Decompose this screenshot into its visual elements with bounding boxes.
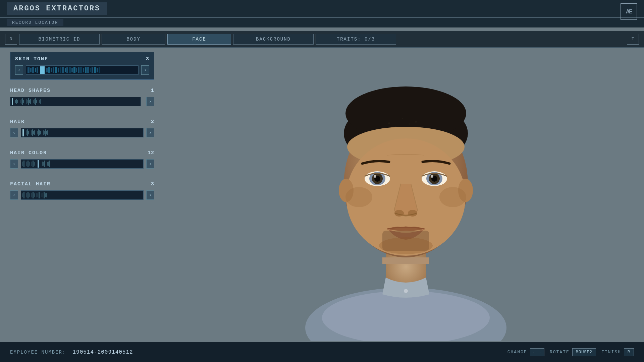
logo-icon: AE <box>621 3 637 20</box>
facial-hair-slider-row: ‹ <box>10 190 154 200</box>
tab-face[interactable]: FACE <box>167 34 231 45</box>
hair-block: HAIR 2 ‹ <box>10 116 154 140</box>
skin-tone-track[interactable] <box>26 65 139 75</box>
portrait-area <box>168 52 644 342</box>
hair-color-value: 12 <box>148 150 154 156</box>
skin-tone-block: SKIN TONE 3 ‹ <box>10 52 154 80</box>
left-panel: SKIN TONE 3 ‹ <box>10 52 154 335</box>
hair-slider-row: ‹ <box>10 128 154 137</box>
head-shapes-label: HEAD SHAPES <box>10 88 51 94</box>
change-key-left: ← <box>534 350 536 355</box>
rotate-action: ROTATE MOUSE2 <box>550 348 596 356</box>
svg-point-33 <box>439 187 466 207</box>
tab-background[interactable]: BACKGROUND <box>233 34 314 45</box>
character-svg <box>288 53 523 341</box>
hair-next[interactable]: › <box>146 128 154 137</box>
svg-point-13 <box>422 126 424 128</box>
svg-point-4 <box>404 289 408 293</box>
subtitle-row: RECORD LOCATOR <box>0 17 644 27</box>
character-display <box>288 53 523 341</box>
top-bar: ARGOS EXTRACTORS AE RECORD LOCATOR <box>0 0 644 30</box>
subtitle-text: RECORD LOCATOR <box>7 19 63 26</box>
facial-hair-header: FACIAL HAIR 3 <box>10 181 154 187</box>
rotate-label: ROTATE <box>550 350 570 355</box>
hair-color-block: HAIR COLOR 12 ‹ <box>10 147 154 171</box>
facial-hair-next[interactable]: › <box>146 190 154 200</box>
svg-point-12 <box>409 123 410 125</box>
rotate-key: MOUSE2 <box>572 348 596 356</box>
hair-color-header: HAIR COLOR 12 <box>10 150 154 156</box>
hair-color-next[interactable]: › <box>146 159 154 169</box>
employee-number: 190514-2009140512 <box>72 349 133 355</box>
employee-label: EMPLOYEE NUMBER: <box>10 350 66 355</box>
facial-hair-value: 3 <box>151 181 154 187</box>
head-shapes-track[interactable] <box>10 97 141 106</box>
finish-label: FINISH <box>601 350 621 355</box>
hair-color-track[interactable] <box>21 159 144 169</box>
head-shapes-value: 1 <box>151 88 154 94</box>
hair-track[interactable] <box>21 128 144 137</box>
skin-tone-label: SKIN TONE <box>15 56 48 62</box>
app-title: ARGOS EXTRACTORS <box>7 2 107 15</box>
svg-point-10 <box>415 121 417 123</box>
change-label: CHANGE <box>507 350 527 355</box>
svg-point-32 <box>345 187 372 207</box>
tab-traits[interactable]: TRAITS: 0/3 <box>316 34 396 45</box>
facial-hair-block: FACIAL HAIR 3 ‹ <box>10 179 154 202</box>
skin-tone-prev[interactable]: ‹ <box>15 65 23 75</box>
svg-point-8 <box>388 122 390 124</box>
nav-t-button[interactable]: T <box>627 34 639 45</box>
change-key-right: → <box>538 350 541 355</box>
skin-tone-slider-row: ‹ <box>15 65 149 75</box>
skin-tone-header: SKIN TONE 3 <box>15 56 149 62</box>
facial-hair-track[interactable] <box>21 190 144 200</box>
bottom-bar: EMPLOYEE NUMBER: 190514-2009140512 CHANG… <box>0 342 644 362</box>
nav-bar: D BIOMETRIC ID BODY FACE BACKGROUND TRAI… <box>0 31 644 48</box>
svg-point-22 <box>374 175 376 178</box>
head-shapes-block: HEAD SHAPES 1 <box>10 85 154 109</box>
hair-prev[interactable]: ‹ <box>10 128 18 137</box>
head-shapes-header: HEAD SHAPES 1 <box>10 88 154 94</box>
title-row: ARGOS EXTRACTORS AE <box>0 0 644 17</box>
tab-biometric-id[interactable]: BIOMETRIC ID <box>19 34 100 45</box>
change-action: CHANGE ← → <box>507 348 544 356</box>
skin-tone-value: 3 <box>146 56 149 62</box>
skin-tone-next[interactable]: › <box>141 65 149 75</box>
svg-rect-1 <box>382 257 429 264</box>
hair-header: HAIR 2 <box>10 119 154 125</box>
finish-action: FINISH R <box>601 348 634 356</box>
head-shapes-slider-row: › <box>10 97 154 106</box>
facial-hair-label: FACIAL HAIR <box>10 181 51 187</box>
hair-value: 2 <box>151 119 154 125</box>
change-keys[interactable]: ← → <box>530 348 544 356</box>
hair-color-slider-row: ‹ <box>10 159 154 169</box>
nav-d-button[interactable]: D <box>5 34 17 45</box>
svg-point-27 <box>431 175 433 178</box>
hair-color-label: HAIR COLOR <box>10 150 47 156</box>
bottom-actions: CHANGE ← → ROTATE MOUSE2 FINISH R <box>507 348 634 356</box>
svg-point-9 <box>402 118 403 119</box>
hair-label: HAIR <box>10 119 25 125</box>
finish-key[interactable]: R <box>624 348 634 356</box>
head-shapes-next[interactable]: › <box>146 97 154 106</box>
facial-hair-prev[interactable]: ‹ <box>10 190 18 200</box>
tab-body[interactable]: BODY <box>102 34 165 45</box>
svg-point-31 <box>379 237 433 254</box>
hair-color-prev[interactable]: ‹ <box>10 159 18 169</box>
